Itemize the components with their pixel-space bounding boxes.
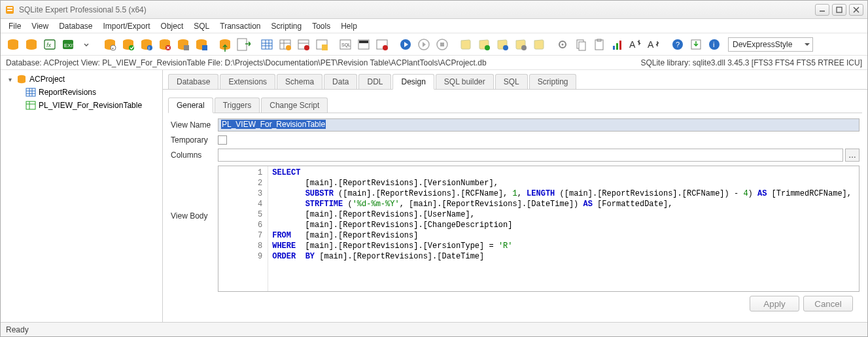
view-body-label: View Body [171, 166, 218, 292]
columns-label: Columns [171, 151, 218, 160]
tb-sql2-icon[interactable] [355, 36, 372, 53]
svg-point-13 [26, 46, 37, 50]
tb-exit-icon[interactable]: EXIT [60, 36, 77, 53]
code-area[interactable]: SELECT [main].[ReportRevisions].[Version… [268, 166, 859, 291]
tab-triggers[interactable]: Triggers [215, 98, 260, 113]
tb-stop-icon[interactable] [434, 36, 451, 53]
tb-export-icon[interactable] [235, 36, 252, 53]
tab-changescript[interactable]: Change Script [261, 98, 328, 113]
tb-sql1-icon[interactable]: SQL [337, 36, 354, 53]
tb-grid1-icon[interactable] [258, 36, 275, 53]
tb-play-icon[interactable] [397, 36, 414, 53]
tree-collapse-icon[interactable]: ▾ [6, 76, 14, 83]
tab-sqlbuilder[interactable]: SQL builder [436, 74, 494, 89]
tb-opendb-icon[interactable] [23, 36, 40, 53]
tree-item-label: PL_VIEW_For_RevisionTable [39, 101, 142, 110]
main-tabs: Database Extensions Schema Data DDL Desi… [163, 70, 867, 90]
tb-db4-icon[interactable] [156, 36, 173, 53]
tb-sc5-icon[interactable] [530, 36, 547, 53]
tab-general[interactable]: General [168, 98, 213, 113]
svg-rect-101 [26, 101, 35, 109]
tb-sc1-icon[interactable] [457, 36, 474, 53]
svg-rect-49 [237, 39, 247, 50]
infobar-right: SQLite library: sqlite3.dll 3.45.3 [FTS3… [640, 58, 862, 67]
tb-grid3-icon[interactable] [295, 36, 312, 53]
columns-browse-button[interactable]: … [845, 149, 859, 162]
status-text: Ready [6, 325, 29, 334]
svg-text:i: i [713, 41, 714, 48]
tab-ddl[interactable]: DDL [358, 74, 391, 89]
tb-copy-icon[interactable] [572, 36, 589, 53]
tb-fontinc-icon[interactable]: A [627, 36, 644, 53]
tb-sc3-icon[interactable] [494, 36, 511, 53]
tb-import-icon[interactable] [217, 36, 234, 53]
tb-chart-icon[interactable] [609, 36, 626, 53]
menu-help[interactable]: Help [336, 19, 362, 33]
tb-db1-icon[interactable]: • [101, 36, 118, 53]
tb-grid2-icon[interactable] [277, 36, 294, 53]
svg-rect-63 [322, 44, 328, 50]
svg-rect-73 [440, 43, 444, 46]
tab-database[interactable]: Database [168, 74, 218, 89]
tb-newdb-icon[interactable] [5, 36, 22, 53]
tb-fontdec-icon[interactable]: A [646, 36, 663, 53]
maximize-button[interactable] [832, 4, 846, 16]
minimize-button[interactable] [815, 4, 829, 16]
app-icon [5, 5, 15, 15]
tb-db5-icon[interactable] [175, 36, 192, 53]
theme-select[interactable]: DevExpressStyle [728, 37, 813, 52]
tab-design[interactable]: Design [392, 74, 434, 90]
menu-transaction[interactable]: Transaction [215, 19, 266, 33]
menu-view[interactable]: View [26, 19, 54, 33]
svg-point-78 [562, 43, 564, 45]
temporary-checkbox[interactable] [218, 135, 227, 145]
tb-db3-icon[interactable]: i [138, 36, 155, 53]
tb-update-icon[interactable] [687, 36, 704, 53]
columns-input[interactable] [218, 149, 843, 162]
tb-about-icon[interactable]: i [706, 36, 723, 53]
tb-sc2-icon[interactable] [476, 36, 493, 53]
menu-object[interactable]: Object [156, 19, 189, 33]
tab-schema[interactable]: Schema [277, 74, 322, 89]
svg-point-58 [286, 45, 291, 50]
tab-sql[interactable]: SQL [495, 74, 528, 89]
view-name-input[interactable]: PL_VIEW_For_RevisionTable [218, 118, 859, 132]
tree-root[interactable]: ▾ ACProject [3, 73, 160, 86]
tb-db2-icon[interactable] [120, 36, 137, 53]
tb-step-icon[interactable] [415, 36, 432, 53]
tb-paste-icon[interactable] [591, 36, 608, 53]
menu-importexport[interactable]: Import/Export [98, 19, 156, 33]
menu-scripting[interactable]: Scripting [266, 19, 307, 33]
apply-button[interactable]: Apply [750, 296, 799, 311]
close-button[interactable] [849, 4, 863, 16]
tb-sc4-icon[interactable] [512, 36, 529, 53]
tb-help-icon[interactable]: ? [669, 36, 686, 53]
svg-rect-85 [619, 41, 621, 50]
tb-sql3-icon[interactable] [373, 36, 391, 53]
svg-text:fx: fx [46, 42, 52, 48]
tree-item-view[interactable]: PL_VIEW_For_RevisionTable [3, 99, 160, 112]
svg-rect-84 [616, 43, 618, 50]
view-icon [26, 100, 36, 111]
tb-dropdown-icon[interactable] [78, 36, 95, 53]
tree-root-label: ACProject [29, 75, 65, 84]
tree-item-table[interactable]: ReportRevisions [3, 86, 160, 99]
svg-text:EXIT: EXIT [64, 43, 75, 48]
view-body-editor[interactable]: 1 2 3 4 5 6 7 8 9 SELECT [main].[ReportR… [218, 166, 859, 292]
svg-point-61 [304, 45, 309, 50]
menu-tools[interactable]: Tools [307, 19, 336, 33]
menu-sql[interactable]: SQL [188, 19, 215, 33]
tb-grid4-icon[interactable] [313, 36, 330, 53]
tab-scripting[interactable]: Scripting [529, 74, 577, 89]
tb-db6-icon[interactable] [193, 36, 210, 53]
statusbar: Ready [1, 322, 867, 336]
tab-extensions[interactable]: Extensions [220, 74, 275, 89]
tb-fx-icon[interactable]: fx [41, 36, 58, 53]
tb-gear-icon[interactable] [554, 36, 571, 53]
cancel-button[interactable]: Cancel [803, 296, 853, 311]
svg-point-75 [503, 45, 508, 50]
infobar-left: Database: ACProject View: PL_VIEW_For_Re… [6, 58, 640, 67]
tab-data[interactable]: Data [324, 74, 357, 89]
menu-file[interactable]: File [3, 19, 26, 33]
menu-database[interactable]: Database [54, 19, 97, 33]
